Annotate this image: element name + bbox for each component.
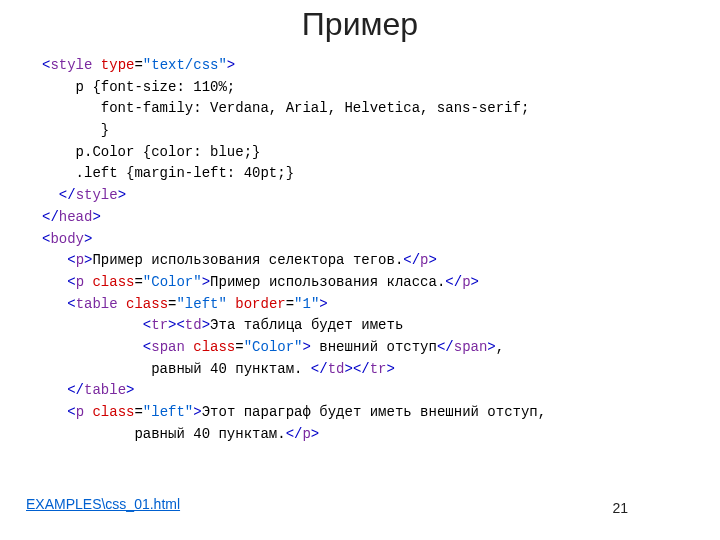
tag-p-close: p	[302, 426, 310, 442]
text: равный 40 пунктам.	[42, 426, 286, 442]
lt: </	[286, 426, 303, 442]
tag-p-close: p	[420, 252, 428, 268]
gt: >	[311, 426, 319, 442]
gt: >	[387, 361, 395, 377]
lt: </	[445, 274, 462, 290]
val-left: "left"	[143, 404, 193, 420]
lt: </	[311, 361, 328, 377]
attr-class: class	[84, 404, 134, 420]
eq: =	[286, 296, 294, 312]
gt: >	[319, 296, 327, 312]
gt: >	[227, 57, 235, 73]
slide-title: Пример	[0, 6, 720, 43]
tag-head-close: head	[59, 209, 93, 225]
tag-body: body	[50, 231, 84, 247]
text: Пример использования селектора тегов.	[92, 252, 403, 268]
attr-border: border	[227, 296, 286, 312]
lt: <	[143, 317, 151, 333]
gt: >	[202, 317, 210, 333]
lt: </	[42, 209, 59, 225]
text: ,	[496, 339, 504, 355]
tag-p: p	[76, 252, 84, 268]
attr-class: class	[118, 296, 168, 312]
tag-td-close: td	[328, 361, 345, 377]
val-border: "1"	[294, 296, 319, 312]
eq: =	[134, 274, 142, 290]
tag-style-close: style	[76, 187, 118, 203]
attr-class: class	[84, 274, 134, 290]
text: внешний отступ	[311, 339, 437, 355]
eq: =	[134, 57, 142, 73]
text: Этот параграф будет иметь внешний отступ…	[202, 404, 546, 420]
tag-table: table	[76, 296, 118, 312]
gt: >	[193, 404, 201, 420]
lt: </	[59, 187, 76, 203]
lt: <	[143, 339, 151, 355]
attr-type: type	[92, 57, 134, 73]
gt: >	[344, 361, 352, 377]
example-link[interactable]: EXAMPLES\css_01.html	[26, 496, 180, 512]
tag-table-close: table	[84, 382, 126, 398]
tag-tr: tr	[151, 317, 168, 333]
lt: <	[67, 252, 75, 268]
lt: </	[403, 252, 420, 268]
val-color: "Color"	[244, 339, 303, 355]
gt: >	[92, 209, 100, 225]
gt: >	[118, 187, 126, 203]
val-left: "left"	[176, 296, 226, 312]
gt: >	[202, 274, 210, 290]
eq: =	[134, 404, 142, 420]
text: Эта таблица будет иметь	[210, 317, 403, 333]
text: Пример использования класса.	[210, 274, 445, 290]
val-textcss: "text/css"	[143, 57, 227, 73]
text: равный 40 пунктам.	[42, 361, 311, 377]
gt: >	[302, 339, 310, 355]
css-rule: .left {margin-left: 40pt;}	[42, 165, 294, 181]
code-block: <style type="text/css"> p {font-size: 11…	[0, 55, 720, 445]
gt: >	[429, 252, 437, 268]
lt: <	[67, 404, 75, 420]
page-number: 21	[612, 500, 628, 516]
lt: </	[353, 361, 370, 377]
lt: <	[176, 317, 184, 333]
lt: <	[67, 274, 75, 290]
gt: >	[126, 382, 134, 398]
attr-class: class	[185, 339, 235, 355]
tag-span-close: span	[454, 339, 488, 355]
gt: >	[487, 339, 495, 355]
css-rule: font-family: Verdana, Arial, Helvetica, …	[42, 100, 529, 116]
css-rule: p {font-size: 110%;	[42, 79, 235, 95]
gt: >	[84, 231, 92, 247]
tag-td: td	[185, 317, 202, 333]
gt: >	[471, 274, 479, 290]
tag-p-close: p	[462, 274, 470, 290]
tag-p: p	[76, 404, 84, 420]
lt: </	[67, 382, 84, 398]
tag-p: p	[76, 274, 84, 290]
tag-span: span	[151, 339, 185, 355]
css-rule: }	[42, 122, 109, 138]
tag-tr-close: tr	[370, 361, 387, 377]
css-rule: p.Color {color: blue;}	[42, 144, 260, 160]
eq: =	[235, 339, 243, 355]
lt: </	[437, 339, 454, 355]
tag-style: style	[50, 57, 92, 73]
val-color: "Color"	[143, 274, 202, 290]
lt: <	[67, 296, 75, 312]
